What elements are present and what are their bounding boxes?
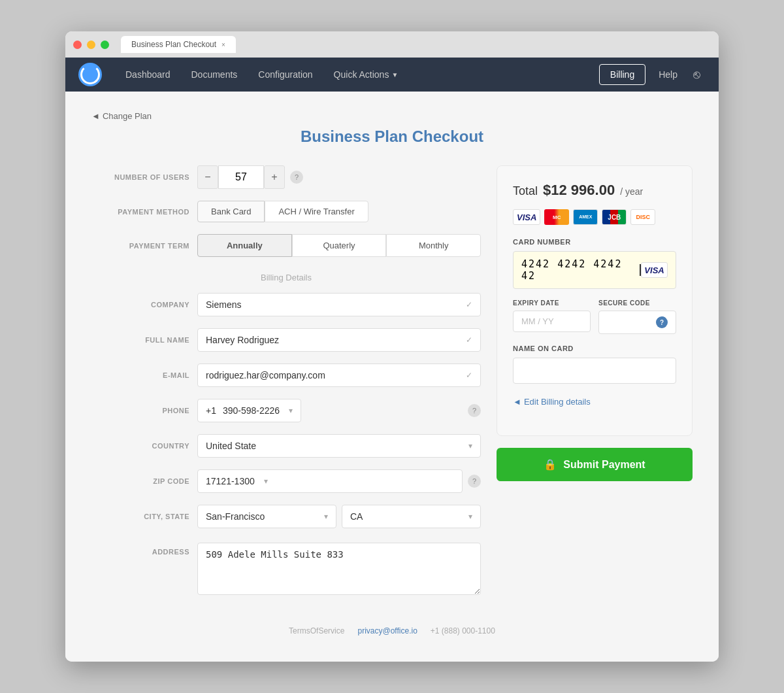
company-chevron-icon: ✓ bbox=[466, 300, 472, 309]
page-title: Business Plan Checkout bbox=[91, 127, 693, 146]
amex-logo: AMEX bbox=[573, 209, 598, 225]
visa-logo: VISA bbox=[513, 209, 540, 225]
email-field[interactable]: rodriguez.har@company.com ✓ bbox=[197, 363, 481, 387]
phone-prefix-value: +1 bbox=[206, 405, 216, 416]
zipcode-row: ZIP CODE 17121-1300 ▾ ? bbox=[91, 469, 481, 493]
edit-billing-link[interactable]: ◄ Edit Billing details bbox=[513, 397, 676, 407]
payment-method-row: PAYMENT METHOD Bank Card ACH / Wire Tran… bbox=[91, 201, 481, 222]
expiry-secure-row: EXPIRY DATE MM / YY SECURE CODE ? bbox=[513, 299, 676, 334]
minimize-traffic-light[interactable] bbox=[87, 41, 95, 49]
fullname-field[interactable]: Harvey Rodriguez ✓ bbox=[197, 328, 481, 352]
zipcode-control: 17121-1300 ▾ ? bbox=[197, 469, 481, 493]
quick-actions-dropdown-icon: ▼ bbox=[391, 71, 398, 78]
logo-icon bbox=[80, 65, 100, 84]
close-traffic-light[interactable] bbox=[73, 41, 82, 49]
city-state-label: CITY, STATE bbox=[91, 513, 189, 520]
phone-prefix-select[interactable]: +1 390-598-2226 ▾ bbox=[197, 399, 301, 422]
browser-tab[interactable]: Business Plan Checkout × bbox=[121, 36, 236, 53]
mastercard-logo: MC bbox=[544, 209, 569, 225]
tab-label: Business Plan Checkout bbox=[131, 40, 216, 49]
zipcode-help-icon[interactable]: ? bbox=[468, 475, 481, 488]
country-control: United State ▾ bbox=[197, 434, 481, 458]
left-panel: NUMBER OF USERS − + ? PAYMENT METHOD bbox=[91, 165, 481, 607]
discover-logo: DISC bbox=[630, 209, 655, 225]
phone-help-icon[interactable]: ? bbox=[468, 404, 481, 417]
fullname-value: Harvey Rodriguez bbox=[206, 335, 279, 345]
nav-help[interactable]: Help bbox=[648, 69, 688, 80]
ach-wire-button[interactable]: ACH / Wire Transfer bbox=[265, 201, 368, 222]
city-chevron-icon: ▾ bbox=[324, 512, 328, 521]
payment-method-control: Bank Card ACH / Wire Transfer bbox=[197, 201, 481, 222]
right-panel: Total $12 996.00 / year VISA MC AMEX JCB… bbox=[497, 165, 693, 481]
submit-payment-button[interactable]: 🔒 Submit Payment bbox=[497, 448, 693, 481]
browser-titlebar: Business Plan Checkout × bbox=[65, 31, 719, 58]
total-row: Total $12 996.00 / year bbox=[513, 182, 676, 199]
quarterly-button[interactable]: Quaterly bbox=[292, 234, 387, 257]
back-link[interactable]: ◄ Change Plan bbox=[91, 111, 693, 121]
tab-close-icon[interactable]: × bbox=[221, 41, 225, 48]
email-control: rodriguez.har@company.com ✓ bbox=[197, 363, 481, 387]
payment-term-row: PAYMENT TERM Annually Quaterly Monthly bbox=[91, 234, 481, 257]
phone-value: 390-598-2226 bbox=[223, 405, 280, 416]
users-row: NUMBER OF USERS − + ? bbox=[91, 165, 481, 189]
nav-configuration[interactable]: Configuration bbox=[248, 58, 323, 92]
payment-term-control: Annually Quaterly Monthly bbox=[197, 234, 481, 257]
nav-documents[interactable]: Documents bbox=[181, 58, 248, 92]
city-field[interactable]: San-Francisco ▾ bbox=[197, 505, 336, 528]
edit-billing-label: Edit Billing details bbox=[524, 397, 591, 407]
fullname-chevron-icon: ✓ bbox=[466, 335, 472, 345]
address-label: ADDRESS bbox=[91, 543, 189, 556]
card-number-field[interactable]: 4242 4242 4242 42 VISA bbox=[513, 251, 676, 289]
maximize-traffic-light[interactable] bbox=[101, 41, 109, 49]
payment-card: Total $12 996.00 / year VISA MC AMEX JCB… bbox=[497, 165, 693, 436]
logout-icon[interactable]: ⎋ bbox=[688, 68, 706, 82]
nav-quick-actions[interactable]: Quick Actions ▼ bbox=[323, 58, 409, 92]
card-number-label: CARD NUMBER bbox=[513, 238, 676, 246]
country-chevron-icon: ▾ bbox=[468, 441, 472, 450]
name-on-card-field[interactable] bbox=[513, 358, 676, 384]
city-state-row: CITY, STATE San-Francisco ▾ CA ▾ bbox=[91, 505, 481, 528]
nav-dashboard[interactable]: Dashboard bbox=[115, 58, 181, 92]
city-state-control: San-Francisco ▾ CA ▾ bbox=[197, 505, 481, 528]
footer-links: TermsOfService privacy@office.io +1 (888… bbox=[91, 626, 693, 635]
company-label: COMPANY bbox=[91, 301, 189, 309]
zipcode-label: ZIP CODE bbox=[91, 477, 189, 485]
bank-card-button[interactable]: Bank Card bbox=[197, 201, 265, 222]
company-control: Siemens ✓ bbox=[197, 293, 481, 316]
company-row: COMPANY Siemens ✓ bbox=[91, 293, 481, 316]
submit-payment-label: Submit Payment bbox=[563, 459, 645, 471]
phone-wrap: +1 390-598-2226 ▾ bbox=[197, 399, 463, 422]
users-input[interactable] bbox=[218, 165, 264, 189]
address-textarea[interactable] bbox=[197, 543, 481, 595]
footer-email[interactable]: privacy@office.io bbox=[357, 626, 417, 635]
secure-field[interactable]: ? bbox=[598, 311, 676, 334]
secure-wrap: SECURE CODE ? bbox=[598, 299, 676, 334]
fullname-label: FULL NAME bbox=[91, 336, 189, 344]
users-decrement-button[interactable]: − bbox=[197, 165, 218, 189]
country-field[interactable]: United State ▾ bbox=[197, 434, 481, 458]
fullname-row: FULL NAME Harvey Rodriguez ✓ bbox=[91, 328, 481, 352]
company-field[interactable]: Siemens ✓ bbox=[197, 293, 481, 316]
total-amount: $12 996.00 bbox=[543, 182, 615, 199]
users-input-group: − + bbox=[197, 165, 285, 189]
payment-term-label: PAYMENT TERM bbox=[91, 242, 189, 250]
zipcode-field[interactable]: 17121-1300 ▾ bbox=[197, 469, 463, 493]
state-field[interactable]: CA ▾ bbox=[342, 505, 481, 528]
state-value: CA bbox=[350, 511, 363, 522]
company-value: Siemens bbox=[206, 299, 241, 310]
monthly-button[interactable]: Monthly bbox=[386, 234, 481, 257]
users-help-icon[interactable]: ? bbox=[290, 171, 303, 184]
annually-button[interactable]: Annually bbox=[197, 234, 292, 257]
expiry-field[interactable]: MM / YY bbox=[513, 311, 591, 332]
back-label: Change Plan bbox=[103, 111, 152, 121]
payment-method-group: Bank Card ACH / Wire Transfer bbox=[197, 201, 368, 222]
total-period: / year bbox=[620, 186, 643, 197]
secure-help-icon[interactable]: ? bbox=[656, 316, 668, 328]
address-row: ADDRESS bbox=[91, 540, 481, 595]
footer-phone[interactable]: +1 (888) 000-1100 bbox=[431, 626, 495, 635]
footer-terms[interactable]: TermsOfService bbox=[289, 626, 344, 635]
users-control: − + ? bbox=[197, 165, 481, 189]
nav-billing[interactable]: Billing bbox=[599, 64, 645, 85]
users-increment-button[interactable]: + bbox=[264, 165, 285, 189]
back-arrow-icon: ◄ bbox=[91, 111, 100, 121]
